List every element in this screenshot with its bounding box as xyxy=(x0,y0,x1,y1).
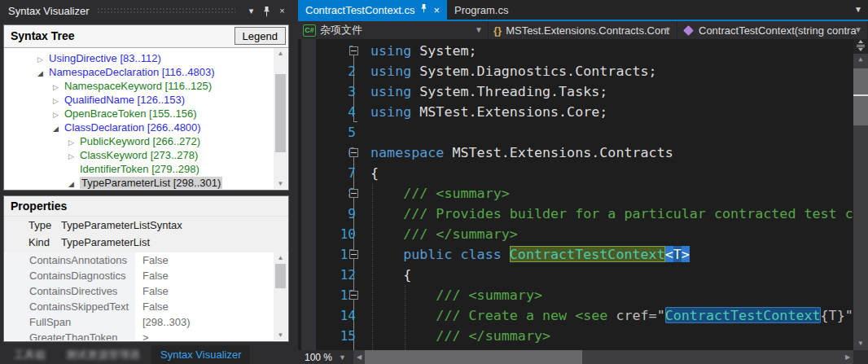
code-line[interactable]: 6namespace MSTest.Extensions.Contracts xyxy=(298,143,853,163)
property-name: Type xyxy=(28,217,61,234)
scroll-up-icon[interactable]: ▲ xyxy=(274,48,287,59)
nav-dropdown-label: MSTest.Extensions.Contracts.Cont xyxy=(506,24,669,37)
split-editor-handle[interactable] xyxy=(853,39,868,54)
line-number: 8 xyxy=(298,183,356,204)
property-row[interactable]: FullSpan[298..303) xyxy=(5,314,287,330)
fold-toggle-icon[interactable] xyxy=(349,250,358,259)
fold-toggle-icon[interactable] xyxy=(349,189,358,198)
close-icon[interactable]: × xyxy=(274,3,290,18)
document-tab[interactable]: Program.cs xyxy=(447,0,515,20)
chevron-down-icon[interactable]: ▼ xyxy=(664,26,672,34)
code-line-text: /// <summary> xyxy=(370,183,510,204)
chevron-down-icon[interactable]: ▼ xyxy=(854,26,862,34)
property-value: [298..303) xyxy=(135,314,287,330)
code-line[interactable]: 10 /// </summary> xyxy=(298,224,853,244)
property-name: ContainsSkippedText xyxy=(5,299,135,314)
tree-node-label: OpenBraceToken [155..156) xyxy=(64,107,197,120)
code-line-text: /// </summary> xyxy=(370,224,518,244)
collapse-icon[interactable]: ◢ xyxy=(53,122,64,136)
horizontal-scrollbar[interactable]: ◀ ▶ xyxy=(353,350,853,364)
syntax-tree-section: Syntax Tree Legend ▷UsingDirective [83..… xyxy=(3,24,289,191)
scroll-up-icon[interactable]: ▲ xyxy=(274,252,287,263)
panel-splitter[interactable] xyxy=(292,0,298,364)
scroll-up-icon[interactable]: ▲ xyxy=(853,54,868,65)
tool-window-tab[interactable]: Syntax Visualizer xyxy=(151,345,250,364)
chevron-down-icon[interactable]: ▼ xyxy=(475,26,483,34)
syntax-tree-header: Syntax Tree Legend xyxy=(4,25,288,48)
tree-node[interactable]: ▷QualifiedName [126..153) xyxy=(5,93,274,107)
code-line[interactable]: 14 /// Create a new <see cref="ContractT… xyxy=(298,305,853,326)
scroll-left-icon[interactable]: ◀ xyxy=(353,350,365,364)
code-line[interactable]: 8 /// <summary> xyxy=(298,183,853,204)
tree-node[interactable]: ◢ClassDeclaration [266..4800) xyxy=(5,121,274,134)
tree-node[interactable]: ▷ClassKeyword [273..278) xyxy=(5,148,274,162)
code-line[interactable]: 7{ xyxy=(298,163,853,183)
code-line[interactable]: 2using System.Diagnostics.Contracts; xyxy=(298,61,853,81)
scrollbar-thumb[interactable] xyxy=(275,74,286,152)
code-line[interactable]: 3using System.Threading.Tasks; xyxy=(298,81,853,102)
scrollbar-thumb[interactable] xyxy=(275,264,286,288)
tree-node[interactable]: ◢TypeParameterList [298..301) xyxy=(5,176,274,189)
code-line[interactable]: 4using MSTest.Extensions.Core; xyxy=(298,102,853,122)
zoom-control[interactable]: 100 % ▼ xyxy=(298,350,353,364)
fold-toggle-icon[interactable] xyxy=(349,148,358,157)
collapse-icon[interactable]: ◢ xyxy=(68,178,80,189)
vertical-scrollbar[interactable]: ▲ ▼ xyxy=(853,39,868,350)
scrollbar-thumb[interactable] xyxy=(853,68,868,125)
code-line[interactable]: 11 public class ContractTestContext<T> xyxy=(298,244,853,265)
collapse-icon[interactable]: ◢ xyxy=(37,67,49,81)
code-line-text: using System; xyxy=(370,41,477,61)
scroll-down-icon[interactable]: ▼ xyxy=(853,338,868,349)
fold-toggle-icon[interactable] xyxy=(349,291,358,300)
fold-toggle-icon[interactable] xyxy=(349,46,358,55)
nav-dropdown[interactable]: {}MSTest.Extensions.Contracts.Cont▼ xyxy=(489,21,677,39)
ide-window: Syntax Visualizer ▾ × Syntax Tree Legend… xyxy=(0,0,868,364)
nav-dropdown[interactable]: ContractTestContext(string contra▼ xyxy=(677,21,868,39)
code-line[interactable]: 9 /// Provides builder for a particular … xyxy=(298,204,853,224)
namespace-icon: {} xyxy=(493,24,502,37)
tree-node[interactable]: ▷PublicKeyword [266..272) xyxy=(5,134,274,148)
code-line[interactable]: 12 { xyxy=(298,265,853,285)
chevron-down-icon[interactable]: ▼ xyxy=(339,353,346,362)
tree-node[interactable]: ▷UsingDirective [83..112) xyxy=(5,51,274,65)
property-row[interactable]: ContainsDirectivesFalse xyxy=(5,283,287,299)
nav-dropdown[interactable]: C#杂项文件▼ xyxy=(298,21,489,39)
properties-grid: ContainsAnnotationsFalseContainsDiagnost… xyxy=(5,252,287,340)
tool-window-titlebar[interactable]: Syntax Visualizer ▾ × xyxy=(0,0,293,21)
property-row[interactable]: ContainsAnnotationsFalse xyxy=(5,252,287,268)
scroll-down-icon[interactable]: ▼ xyxy=(274,330,287,340)
code-line[interactable]: 1using System; xyxy=(298,41,853,61)
window-menu-icon[interactable]: ▾ xyxy=(243,3,259,18)
scroll-down-icon[interactable]: ▼ xyxy=(274,178,287,189)
pin-icon[interactable] xyxy=(420,4,427,16)
scroll-right-icon[interactable]: ▶ xyxy=(842,350,853,364)
property-row[interactable]: GreaterThanToken> xyxy=(5,330,287,340)
code-line[interactable]: 5 xyxy=(298,122,853,143)
tool-window-tab[interactable]: 工具箱 xyxy=(5,345,55,364)
property-row[interactable]: ContainsSkippedTextFalse xyxy=(5,299,287,314)
property-row[interactable]: ContainsDiagnosticsFalse xyxy=(5,268,287,283)
scrollbar-thumb[interactable] xyxy=(365,350,582,364)
tree-node-label: TypeParameterList [298..301) xyxy=(80,177,222,189)
code-area[interactable]: 1using System;2using System.Diagnostics.… xyxy=(298,39,868,350)
property-meta-row: KindTypeParameterList xyxy=(4,234,288,251)
close-icon[interactable]: × xyxy=(433,5,440,15)
code-line-text: using MSTest.Extensions.Core; xyxy=(370,102,607,122)
line-number: 3 xyxy=(298,81,356,102)
legend-button[interactable]: Legend xyxy=(235,27,286,45)
document-list-dropdown-icon[interactable]: ▼ xyxy=(854,5,862,14)
tree-scrollbar[interactable]: ▲ ▼ xyxy=(274,48,287,189)
code-line-text: { xyxy=(370,265,411,285)
tree-node[interactable]: ◢NamespaceDeclaration [116..4803) xyxy=(5,65,274,79)
tool-window-tab[interactable]: 测试资源管理器 xyxy=(57,345,149,364)
code-line[interactable]: 13 /// <summary> xyxy=(298,285,853,305)
tree-node[interactable]: ▷NamespaceKeyword [116..125) xyxy=(5,79,274,93)
properties-scrollbar[interactable]: ▲ ▼ xyxy=(274,252,287,340)
tree-node[interactable]: ▷OpenBraceToken [155..156) xyxy=(5,107,274,121)
document-tab[interactable]: ContractTestContext.cs× xyxy=(298,0,447,20)
line-number: 4 xyxy=(298,102,356,122)
tree-node[interactable]: IdentifierToken [279..298) xyxy=(5,162,274,176)
code-line[interactable]: 15 /// </summary> xyxy=(298,326,853,346)
pin-icon[interactable] xyxy=(259,3,274,18)
syntax-tree: ▷UsingDirective [83..112)◢NamespaceDecla… xyxy=(5,48,274,189)
